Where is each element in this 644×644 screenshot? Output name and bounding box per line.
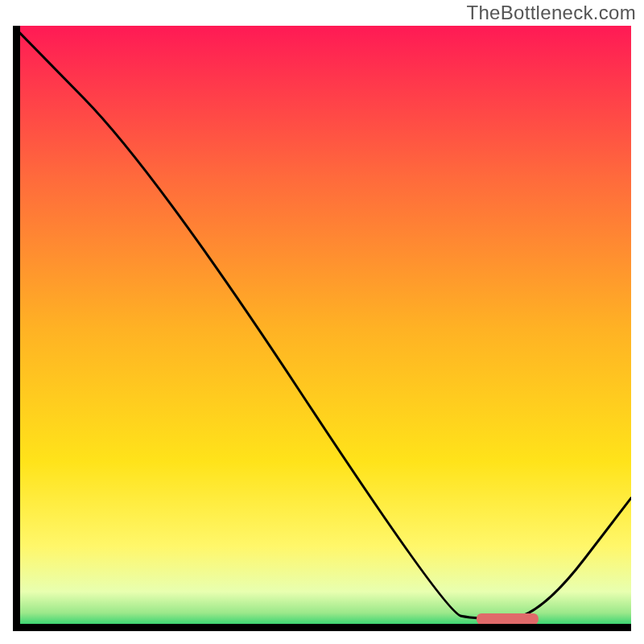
gradient-background (13, 26, 631, 631)
chart-container: TheBottleneck.com (0, 0, 644, 644)
plot-frame (13, 26, 631, 631)
min-marker (477, 613, 539, 625)
watermark-text: TheBottleneck.com (466, 2, 636, 24)
chart-svg (13, 26, 631, 631)
